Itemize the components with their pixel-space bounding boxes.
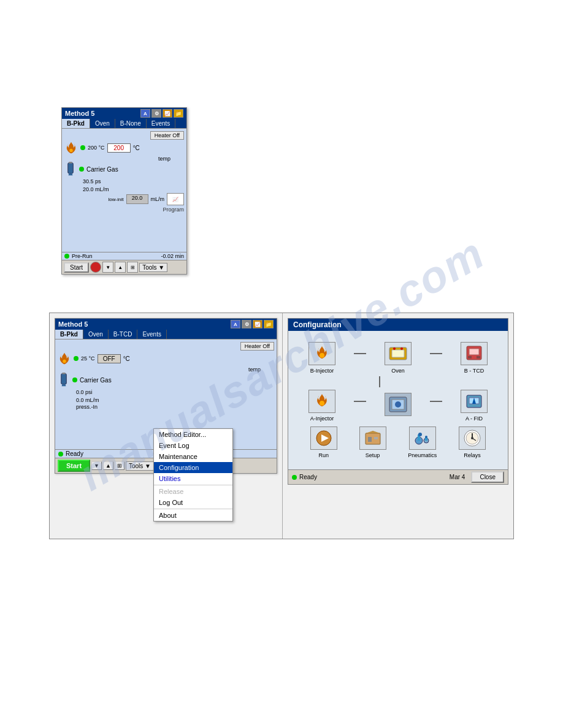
menu-divider-2 — [154, 509, 232, 509]
connector-box[interactable] — [385, 393, 412, 419]
diag-row-2: A-Injector — [299, 390, 497, 422]
line-ainj-box — [354, 401, 366, 402]
temp-input-bottom[interactable]: OFF — [98, 354, 121, 363]
tools-btn-top[interactable]: Tools ▼ — [139, 263, 167, 272]
grid-btn-top[interactable]: ⊞ — [127, 262, 138, 273]
tools-btn-bottom[interactable]: Tools ▼ — [126, 461, 154, 471]
svg-point-18 — [395, 401, 401, 408]
flow-row-top: low-init 20.0 mL/m 📈 — [64, 193, 184, 205]
svg-rect-8 — [392, 350, 404, 357]
left-panel: Method 5 A ⚙ 📈 📁 B-Pkd Oven B-TCD Events… — [50, 313, 283, 539]
tab-b-pkd-top[interactable]: B-Pkd — [62, 119, 90, 128]
folder-icon[interactable]: 📁 — [174, 109, 183, 118]
down-arrow-btn[interactable]: ▼ — [91, 461, 102, 470]
a-fid-icon — [461, 390, 488, 413]
b-tcd-item[interactable]: B - TCD — [461, 342, 488, 374]
press-label: press.-In — [76, 404, 274, 410]
flow-unit-top: mL/m — [151, 196, 165, 202]
heater-row-top: Heater Off — [64, 131, 184, 140]
bottom-a-icon[interactable]: A — [231, 320, 240, 328]
a-fid-item[interactable]: A - FID — [461, 390, 488, 422]
svg-rect-23 — [368, 437, 372, 442]
svg-rect-22 — [366, 433, 380, 444]
start-btn-top[interactable]: Start — [64, 262, 89, 273]
a-fid-label: A - FID — [465, 415, 483, 422]
top-title: Method 5 — [65, 110, 94, 117]
carrier-val2: 20.0 mL/m — [83, 186, 184, 194]
temp-unit-top: °C — [133, 145, 140, 151]
red-circle-btn-top[interactable] — [90, 262, 101, 273]
svg-point-9 — [393, 347, 396, 350]
run-item[interactable]: Run — [310, 427, 337, 458]
bottom-chart-icon[interactable]: 📈 — [253, 320, 262, 328]
carrier-dot-top — [79, 167, 84, 172]
oven-label: Oven — [391, 368, 405, 374]
relays-item[interactable]: Relays — [459, 427, 486, 458]
heater-btn-top[interactable]: Heater Off — [150, 131, 184, 140]
flow-chart-btn-top[interactable]: 📈 — [167, 193, 184, 205]
menu-method-editor[interactable]: Method Editor... — [154, 429, 232, 440]
diagram-area: B-Injector — [294, 337, 502, 463]
svg-point-15 — [320, 401, 324, 406]
status-bar-top: Pre-Run -0.02 min — [62, 252, 186, 260]
carrier-label-top: Carrier Gas — [86, 166, 118, 173]
temp-row-bottom: 25 °C OFF °C — [58, 352, 274, 365]
flow-input-top[interactable]: 20.0 — [126, 194, 148, 204]
pneumatics-item[interactable]: Pneumatics — [408, 427, 437, 458]
status-dot-bottom — [58, 452, 63, 457]
menu-log-out[interactable]: Log Out — [154, 497, 232, 508]
up-btn-top[interactable]: ▲ — [115, 262, 126, 273]
temp-input-top[interactable]: 200 — [107, 143, 131, 153]
tab-oven-top[interactable]: Oven — [90, 119, 115, 128]
menu-event-log[interactable]: Event Log — [154, 440, 232, 451]
chart-icon[interactable]: 📈 — [163, 109, 172, 118]
heater-row-bottom: Heater Off — [58, 342, 274, 351]
setup-item[interactable]: Setup — [359, 427, 386, 458]
carrier-row-bottom: Carrier Gas — [58, 373, 274, 387]
titlebar-icons: A ⚙ 📈 📁 — [140, 109, 183, 118]
menu-utilities[interactable]: Utilities — [154, 473, 232, 484]
tab-events-top[interactable]: Events — [147, 119, 176, 128]
connector-icon — [385, 393, 412, 416]
bottom-folder-icon[interactable]: 📁 — [264, 320, 274, 328]
carrier-values-bottom: 0.0 psi 0.0 mL/m — [76, 389, 274, 404]
bottom-gear-icon[interactable]: ⚙ — [242, 320, 251, 328]
config-body: B-Injector — [288, 331, 508, 469]
menu-configuration[interactable]: Configuration — [154, 462, 232, 473]
bottom-body: Heater Off 25 °C OFF °C temp — [55, 339, 277, 449]
temp-label-top: temp — [64, 156, 170, 162]
menu-maintenance[interactable]: Maintenance — [154, 451, 232, 462]
tab-b-tcd-bottom[interactable]: B-TCD — [109, 330, 138, 339]
svg-point-30 — [425, 436, 427, 438]
up-arrow-btn[interactable]: ▲ — [103, 461, 113, 470]
close-btn[interactable]: Close — [471, 471, 504, 483]
tab-b-none-top[interactable]: B-None — [115, 119, 147, 128]
heater-btn-bottom[interactable]: Heater Off — [240, 342, 274, 351]
svg-rect-12 — [469, 349, 479, 355]
temp-row-top: 200 °C 200 °C — [64, 141, 184, 154]
bottom-left-window: Method 5 A ⚙ 📈 📁 B-Pkd Oven B-TCD Events… — [55, 318, 277, 474]
svg-rect-14 — [477, 356, 480, 358]
right-panel: Configuration — [283, 313, 513, 539]
grid-btn-bottom[interactable]: ⊞ — [115, 461, 124, 470]
down-btn-top[interactable]: ▼ — [102, 262, 113, 273]
tab-events-bottom[interactable]: Events — [137, 330, 167, 339]
carrier-row-top: Carrier Gas — [64, 162, 184, 176]
b-injector-item[interactable]: B-Injector — [308, 342, 335, 374]
oven-item[interactable]: Oven — [385, 342, 412, 374]
gear-icon[interactable]: ⚙ — [151, 109, 161, 118]
tab-b-pkd-bottom[interactable]: B-Pkd — [55, 330, 83, 339]
tab-oven-bottom[interactable]: Oven — [83, 330, 109, 339]
temp-25-label: 25 °C — [81, 355, 95, 362]
svg-rect-4 — [61, 374, 67, 384]
relays-label: Relays — [464, 452, 481, 458]
run-label: Run — [319, 452, 329, 458]
bottom-titlebar: Method 5 A ⚙ 📈 📁 — [55, 319, 277, 330]
injector-flame-icon-bottom — [58, 352, 71, 365]
menu-about[interactable]: About — [154, 510, 232, 521]
a-icon[interactable]: A — [140, 109, 150, 118]
temp-200-label: 200 °C — [88, 145, 105, 151]
svg-point-35 — [471, 437, 473, 439]
a-injector-item[interactable]: A-Injector — [308, 390, 335, 422]
start-btn-bottom[interactable]: Start — [58, 460, 90, 472]
